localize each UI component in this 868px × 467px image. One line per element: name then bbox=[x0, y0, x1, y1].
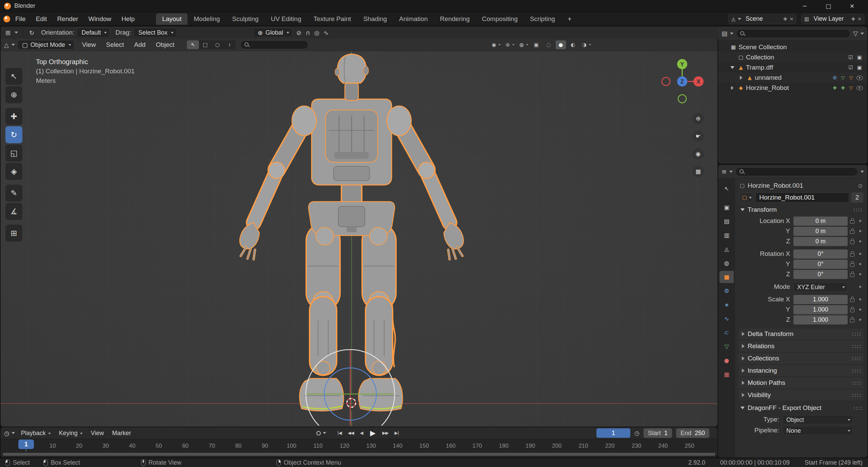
texture-tab[interactable]: ▦ bbox=[719, 368, 734, 380]
measure-tool[interactable]: ∡ bbox=[5, 203, 22, 220]
annotate-tool[interactable]: ✎ bbox=[5, 185, 22, 202]
end-frame-field[interactable]: End 250 bbox=[676, 428, 709, 438]
dragonff-pipeline-dropdown[interactable]: None bbox=[783, 426, 853, 435]
transform-tool[interactable]: ◈ bbox=[5, 163, 22, 180]
close-button[interactable]: ✕ bbox=[840, 0, 864, 12]
menu-item[interactable]: File bbox=[10, 14, 31, 24]
start-frame-field[interactable]: Start 1 bbox=[644, 428, 672, 438]
hide-toggle-eye-icon[interactable] bbox=[855, 86, 864, 90]
animate-dot-icon[interactable] bbox=[857, 253, 864, 255]
scene-selector[interactable]: ◬ Scene ✚ ✕ bbox=[728, 14, 796, 24]
workspace-tab[interactable]: Shading bbox=[357, 13, 393, 25]
maximize-button[interactable]: □ bbox=[816, 0, 840, 12]
pin-icon[interactable]: ⊙ bbox=[858, 183, 863, 189]
axis-y-negative[interactable] bbox=[678, 95, 686, 103]
scrollbar-thumb[interactable] bbox=[3, 453, 715, 456]
lock-icon[interactable] bbox=[850, 230, 854, 234]
camera-view-icon[interactable]: ◉ bbox=[692, 148, 704, 160]
snap-icon[interactable]: ∩ bbox=[304, 29, 311, 36]
snap-icon[interactable]: ∿ bbox=[322, 29, 330, 36]
lock-icon[interactable] bbox=[850, 309, 854, 312]
gizmos-toggle-icon[interactable]: ⊚ bbox=[504, 40, 515, 49]
orientation-dropdown[interactable]: Default bbox=[77, 28, 110, 37]
robot-right-leg[interactable] bbox=[358, 241, 402, 411]
pose-icon[interactable]: ✚ bbox=[831, 85, 839, 91]
scale-tool[interactable]: ◱ bbox=[5, 145, 22, 162]
scale-x-field[interactable]: 1.000 bbox=[793, 295, 848, 304]
menu-item[interactable]: Render bbox=[52, 14, 83, 24]
panel-grip-icon[interactable] bbox=[853, 406, 862, 410]
xray-toggle-icon[interactable]: ▣ bbox=[531, 40, 541, 49]
playhead[interactable]: 1 bbox=[18, 440, 34, 452]
robot-torso[interactable] bbox=[292, 99, 411, 185]
select-lasso-mode[interactable]: ≀ bbox=[223, 40, 236, 49]
outliner-row-unnamed[interactable]: ▲ unnamed ⚙ ▽ ▽ bbox=[718, 73, 867, 83]
exclude-checkbox[interactable]: ☑ bbox=[846, 54, 855, 60]
menu-item[interactable]: Window bbox=[83, 14, 117, 24]
drag-dropdown[interactable]: Select Box bbox=[134, 28, 177, 37]
location-y-field[interactable]: 0 m bbox=[793, 227, 848, 236]
armature-modifier-icon[interactable]: ▽ bbox=[847, 75, 855, 80]
select-tweak-mode[interactable]: ↖ bbox=[187, 40, 199, 49]
workspace-tab[interactable]: Layout bbox=[156, 13, 188, 25]
timeline-scrollbar[interactable] bbox=[2, 452, 716, 456]
scene-tab[interactable]: ◬ bbox=[719, 243, 734, 255]
lock-icon[interactable] bbox=[850, 263, 854, 267]
tool-settings-editor-icon[interactable]: ⊞ bbox=[4, 29, 12, 36]
panel-grip-icon[interactable] bbox=[852, 393, 861, 397]
outliner-search-input[interactable] bbox=[736, 29, 850, 38]
workspace-tab[interactable]: Rendering bbox=[434, 13, 476, 25]
render-visibility-icon[interactable]: ▣ bbox=[855, 64, 864, 71]
rotation-mode-dropdown[interactable]: XYZ Euler bbox=[793, 282, 848, 292]
view-layer-tab[interactable]: ▥ bbox=[719, 229, 734, 241]
users-count-button[interactable]: 2 bbox=[851, 192, 863, 203]
outliner-editor-icon[interactable]: ▤ bbox=[722, 30, 727, 37]
workspace-tab[interactable]: Texture Paint bbox=[307, 13, 357, 25]
timeline-editor-icon[interactable]: ◷ bbox=[4, 430, 9, 437]
pan-hand-icon[interactable]: ☛ bbox=[692, 130, 704, 142]
viewport-search-input[interactable] bbox=[240, 40, 308, 49]
snap-icon[interactable]: ◎ bbox=[313, 29, 321, 36]
menu-item[interactable]: View bbox=[87, 428, 108, 438]
lock-icon[interactable] bbox=[850, 274, 854, 277]
select-box-mode[interactable]: □ bbox=[199, 40, 211, 49]
breadcrumb-object[interactable]: Horzine_Robot.001 bbox=[748, 182, 803, 189]
animate-dot-icon[interactable] bbox=[857, 273, 864, 275]
snap-icon[interactable]: ⊘ bbox=[295, 29, 303, 36]
output-tab[interactable]: ▤ bbox=[719, 215, 734, 227]
outliner-row-tramp-dff[interactable]: ▲ Tramp.dff ☑ ▣ bbox=[718, 62, 867, 73]
rotation-y-field[interactable]: 0° bbox=[793, 260, 848, 269]
panel-section-header[interactable]: Motion Paths bbox=[738, 377, 864, 388]
grid-toggle-icon[interactable]: ▦ bbox=[692, 166, 704, 177]
animate-dot-icon[interactable] bbox=[857, 240, 864, 242]
material-tab[interactable]: ● bbox=[719, 354, 734, 367]
menu-item[interactable]: Add bbox=[129, 39, 151, 50]
filter-icon[interactable]: ▽ bbox=[853, 30, 858, 37]
robot-head[interactable] bbox=[335, 54, 369, 100]
new-view-layer-button[interactable]: ✚ bbox=[851, 16, 855, 22]
menu-item[interactable]: Marker bbox=[108, 428, 135, 438]
editor-dropdown-icon[interactable] bbox=[12, 432, 15, 434]
animate-dot-icon[interactable] bbox=[857, 263, 864, 265]
workspace-tab[interactable]: Sculpting bbox=[226, 13, 265, 25]
keying-dropdown-icon[interactable] bbox=[323, 432, 326, 434]
modifier-wrench-icon[interactable]: ⚙ bbox=[831, 75, 839, 80]
jump-to-start-button[interactable]: |◀ bbox=[334, 429, 344, 437]
zoom-icon[interactable]: ⊕ bbox=[692, 113, 704, 124]
playback-sync-icon[interactable]: ◷ bbox=[634, 430, 639, 436]
robot-left-leg[interactable] bbox=[299, 241, 343, 411]
viewport-editor-icon[interactable]: △ bbox=[4, 41, 9, 49]
lock-icon[interactable] bbox=[850, 253, 854, 257]
render-tab[interactable]: ▣ bbox=[719, 201, 734, 213]
workspace-tab[interactable]: Compositing bbox=[476, 13, 524, 25]
lock-icon[interactable] bbox=[850, 299, 854, 302]
editor-dropdown-icon[interactable] bbox=[730, 33, 733, 35]
animate-dot-icon[interactable] bbox=[857, 309, 864, 311]
animate-dot-icon[interactable] bbox=[857, 230, 864, 232]
browse-object-button[interactable]: ▢ bbox=[739, 192, 753, 203]
outliner-row-horzine-robot[interactable]: ◆ Horzine_Robot ✚ ✚ ▽ bbox=[718, 83, 867, 93]
menu-item[interactable]: View bbox=[77, 39, 101, 50]
modifiers-tab[interactable]: ⚙ bbox=[719, 285, 734, 297]
blender-menu-logo[interactable] bbox=[3, 16, 10, 22]
shading-rendered-icon[interactable]: ◑ bbox=[580, 40, 592, 49]
